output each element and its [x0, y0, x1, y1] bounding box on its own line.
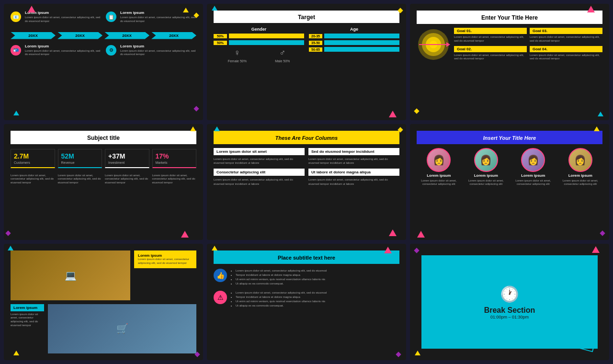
goal2-body: Lorem ipsum dolor sit amet, consectetur …: [454, 54, 527, 61]
female-label: Female 50%: [228, 59, 247, 63]
stat-revenue-number: 52M: [61, 152, 99, 160]
slide3-box1-body: Lorem ipsum dolor sit amet, consectetur …: [138, 258, 193, 265]
timeline-item-2: 20XX: [57, 32, 102, 39]
stats-row: 2.7M Customers 52M Revenue +37M Investme…: [11, 149, 196, 168]
gender-header: Gender: [214, 27, 304, 32]
desc-4: Lorem ipsum dolor sit amet, consectetur …: [152, 174, 197, 185]
goal1-label: Goal 01.: [454, 28, 527, 34]
person-1: 👩 Lorem ipsum Lorem ipsum dolor sit amet…: [417, 148, 461, 187]
slide-8: Insert Your Title Here 👩 Lorem ipsum Lor…: [410, 124, 609, 240]
age-range-2: 35-50: [309, 41, 322, 45]
stat-customers: 2.7M Customers: [11, 149, 55, 168]
avatar-1: 👩: [427, 148, 451, 172]
person4-name: Lorem ipsum: [568, 173, 592, 178]
timeline-item-1: 20XX: [11, 32, 56, 39]
person1-desc: Lorem ipsum dolor sit amet, consectetur …: [417, 179, 461, 187]
target-title-box: Target: [214, 11, 399, 23]
age-range-3: 50-65: [309, 47, 322, 52]
female-pct: 50%: [214, 41, 227, 45]
slide-1: 📧 Lorem ipsum Lorem ipsum dolor sit amet…: [4, 4, 203, 120]
col2-body: Lorem ipsum dolor sit amet, consectetur …: [308, 157, 399, 165]
person1-name: Lorem ipsum: [427, 173, 451, 178]
male-icon: ♂: [279, 48, 286, 58]
subtitle-title: Place subtitle text here: [278, 255, 335, 261]
col-item-3: Consectetur adipiscing elit Lorem ipsum …: [214, 169, 305, 186]
female-icon: ♀: [234, 48, 241, 58]
male-pct: 50%: [214, 34, 227, 38]
stat-investment-label: Investment: [108, 161, 146, 164]
subject-title-box: Subject title: [11, 131, 196, 144]
slide-6: Place subtitle text here 👍 Lorem ipsum d…: [207, 244, 406, 360]
enter-title: Enter Your Title Here: [481, 14, 538, 21]
goal-4: Goal 04. Lorem ipsum dolor sit amet, con…: [530, 46, 602, 61]
stat-markets-label: Markets: [156, 161, 193, 164]
col1-title: Lorem ipsum dolor sit amet: [214, 148, 305, 155]
col4-body: Lorem ipsum dolor sit amet, consectetur …: [308, 178, 399, 186]
person-4: 👩 Lorem ipsum Lorem ipsum dolor sit amet…: [558, 148, 603, 187]
clock-icon: 🕐: [500, 285, 519, 303]
break-title: Break Section: [484, 306, 535, 315]
slide-4: Target Gender 50% 50% ♀ Female 50% ♂ Mal…: [207, 4, 406, 120]
timeline-item-4: 20XX: [151, 32, 196, 39]
goal4-label: Goal 04.: [530, 46, 602, 52]
goal3-body: Lorem ipsum dolor sit amet, consectetur …: [530, 35, 602, 43]
break-content: 🕐 Break Section 01:00pm – 01:30pm: [421, 255, 598, 349]
subject-title: Subject title: [87, 135, 120, 141]
insert-title-box: Insert Your Title Here: [417, 131, 602, 144]
stat-investment-number: +37M: [108, 152, 146, 160]
person3-desc: Lorem ipsum dolor sit amet, consectetur …: [511, 179, 556, 187]
desc-1: Lorem ipsum dolor sit amet, consectetur …: [11, 174, 55, 185]
person2-desc: Lorem ipsum dolor sit amet, consectetur …: [464, 179, 509, 187]
target-title: Target: [298, 14, 315, 21]
stat-markets-number: 17%: [156, 152, 193, 160]
age-header: Age: [309, 27, 399, 32]
goals-grid: Goal 01. Lorem ipsum dolor sit amet, con…: [454, 28, 602, 61]
person-3: 👩 Lorem ipsum Lorem ipsum dolor sit amet…: [511, 148, 556, 187]
slide3-box2-title: Lorem ipsum: [13, 306, 41, 310]
col4-title: Ut labore et dolore magna aliqua: [308, 169, 399, 176]
like-icon: 👍: [214, 269, 227, 282]
list-item-2: ⚠ Lorem ipsum dolor sit amet, consectetu…: [214, 291, 399, 308]
target-graphic: [417, 28, 450, 61]
timeline-row: 20XX 20XX 20XX 20XX: [11, 32, 196, 39]
stat-revenue: 52M Revenue: [58, 149, 102, 168]
stat-customers-number: 2.7M: [14, 152, 52, 160]
col1-body: Lorem ipsum dolor sit amet, consectetur …: [214, 157, 305, 165]
goal1-body: Lorem ipsum dolor sit amet, consectetur …: [454, 35, 527, 43]
avatar-3: 👩: [521, 148, 545, 172]
male-label: Male 50%: [275, 59, 290, 63]
desc-2: Lorem ipsum dolor sit amet, consectetur …: [58, 174, 102, 185]
slide3-box2-body: Lorem ipsum dolor sit amet, consectetur …: [11, 313, 44, 328]
desc-3: Lorem ipsum dolor sit amet, consectetur …: [105, 174, 149, 185]
goal-1: Goal 01. Lorem ipsum dolor sit amet, con…: [454, 28, 527, 43]
slide-2: Subject title 2.7M Customers 52M Revenue…: [4, 124, 203, 240]
col-item-1: Lorem ipsum dolor sit amet Lorem ipsum d…: [214, 148, 305, 165]
col-item-4: Ut labore et dolore magna aliqua Lorem i…: [308, 169, 399, 186]
break-time: 01:00pm – 01:30pm: [490, 315, 529, 319]
slide1-title3: Lorem ipsum: [25, 44, 101, 48]
age-range-1: 20-35: [309, 34, 322, 38]
list-text-2: Lorem ipsum dolor sit amet, consectetur …: [231, 291, 327, 308]
slide1-title2: Lorem ipsum: [120, 11, 196, 15]
stat-markets: 17% Markets: [152, 149, 197, 168]
stat-customers-label: Customers: [14, 161, 52, 164]
slide1-body3: Lorem ipsum dolor sit amet, consectetur …: [25, 49, 101, 57]
col-item-2: Sed do eiusmod tempor incididunt Lorem i…: [308, 148, 399, 165]
stat-revenue-label: Revenue: [61, 161, 99, 164]
avatar-4: 👩: [568, 148, 592, 172]
four-columns-title: These Are Four Columns: [275, 135, 338, 141]
people-row: 👩 Lorem ipsum Lorem ipsum dolor sit amet…: [417, 148, 602, 187]
slide1-title1: Lorem ipsum: [25, 11, 101, 15]
slide1-body4: Lorem ipsum dolor sit amet, consectetur …: [120, 49, 196, 57]
slide3-box1-title: Lorem ipsum: [138, 253, 193, 258]
goal4-body: Lorem ipsum dolor sit amet, consectetur …: [530, 54, 602, 61]
slide-7: Enter Your Title Here Goal 01. Lorem ips…: [410, 4, 609, 120]
list-item-1: 👍 Lorem ipsum dolor sit amet, consectetu…: [214, 269, 399, 286]
list-text-1: Lorem ipsum dolor sit amet, consectetur …: [231, 269, 327, 286]
person2-name: Lorem ipsum: [474, 173, 498, 178]
subtitle-title-box: Place subtitle text here: [214, 250, 399, 264]
goal2-label: Goal 02.: [454, 46, 527, 52]
enter-title-box: Enter Your Title Here: [417, 11, 602, 24]
slide-5: These Are Four Columns Lorem ipsum dolor…: [207, 124, 406, 240]
person-2: 👩 Lorem ipsum Lorem ipsum dolor sit amet…: [464, 148, 509, 187]
